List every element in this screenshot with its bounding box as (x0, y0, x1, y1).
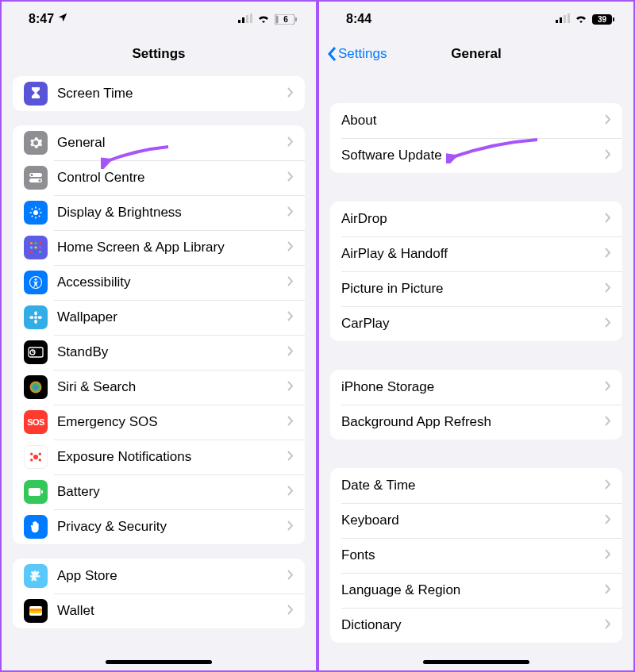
row-standby[interactable]: StandBy (13, 335, 305, 370)
svg-rect-48 (41, 490, 43, 493)
battery-icon: 39 (592, 14, 614, 25)
general-group-connectivity: AirDrop AirPlay & Handoff Picture in Pic… (330, 202, 622, 341)
row-label: StandBy (57, 344, 287, 360)
svg-rect-51 (29, 611, 42, 613)
row-label: App Store (57, 568, 287, 584)
svg-rect-5 (276, 15, 279, 23)
svg-point-45 (31, 459, 33, 461)
row-privacy-security[interactable]: Privacy & Security (13, 509, 305, 544)
row-dictionary[interactable]: Dictionary (330, 608, 622, 643)
chevron-right-icon (287, 604, 294, 618)
svg-rect-0 (238, 20, 241, 23)
svg-rect-55 (568, 13, 570, 23)
svg-rect-27 (30, 251, 33, 253)
flower-icon (24, 305, 48, 329)
svg-line-18 (39, 216, 40, 217)
row-home-screen[interactable]: Home Screen & App Library (13, 230, 305, 265)
svg-rect-57 (613, 17, 614, 21)
row-general[interactable]: General (13, 125, 305, 160)
hand-icon (24, 515, 48, 539)
row-siri-search[interactable]: Siri & Search (13, 370, 305, 405)
svg-point-46 (39, 459, 40, 461)
row-fonts[interactable]: Fonts (330, 538, 622, 573)
svg-rect-21 (30, 242, 33, 244)
row-exposure-notifications[interactable]: Exposure Notifications (13, 440, 305, 474)
svg-point-32 (34, 316, 37, 319)
row-label: Language & Region (341, 582, 605, 598)
row-keyboard[interactable]: Keyboard (330, 503, 622, 538)
row-label: Screen Time (57, 86, 287, 102)
nav-header: Settings General (319, 36, 633, 71)
battery-icon: 6 (275, 14, 297, 25)
row-label: Wallet (57, 603, 287, 619)
row-label: Control Centre (57, 170, 287, 186)
status-time: 8:44 (346, 12, 371, 26)
row-control-centre[interactable]: Control Centre (13, 160, 305, 195)
row-iphone-storage[interactable]: iPhone Storage (330, 370, 622, 405)
svg-point-33 (34, 311, 37, 315)
svg-point-42 (33, 455, 38, 459)
brightness-icon (24, 201, 48, 225)
row-label: Privacy & Security (57, 519, 287, 535)
row-screen-time[interactable]: Screen Time (13, 76, 305, 111)
row-background-app-refresh[interactable]: Background App Refresh (330, 405, 622, 440)
row-label: Exposure Notifications (57, 449, 287, 465)
row-language-region[interactable]: Language & Region (330, 573, 622, 608)
chevron-right-icon (605, 618, 611, 632)
svg-line-20 (39, 209, 40, 210)
svg-point-34 (34, 320, 37, 324)
row-battery[interactable]: Battery (13, 474, 305, 509)
back-button[interactable]: Settings (327, 46, 387, 62)
svg-rect-53 (560, 17, 562, 23)
chevron-right-icon (287, 520, 294, 534)
chevron-right-icon (605, 513, 611, 528)
row-label: AirDrop (341, 211, 605, 227)
row-app-store[interactable]: App Store (13, 559, 305, 593)
row-about[interactable]: About (330, 103, 622, 138)
row-wallpaper[interactable]: Wallpaper (13, 300, 305, 335)
row-label: AirPlay & Handoff (341, 246, 605, 262)
row-airplay-handoff[interactable]: AirPlay & Handoff (330, 236, 622, 271)
svg-text:6: 6 (283, 15, 288, 24)
row-label: Home Screen & App Library (57, 240, 287, 255)
row-label: Software Update (341, 148, 605, 163)
back-label: Settings (338, 46, 387, 62)
general-group-storage: iPhone Storage Background App Refresh (330, 370, 622, 440)
row-carplay[interactable]: CarPlay (330, 306, 622, 341)
row-wallet[interactable]: Wallet (13, 593, 305, 628)
svg-rect-26 (39, 247, 41, 249)
row-accessibility[interactable]: Accessibility (13, 265, 305, 300)
chevron-right-icon (287, 485, 294, 499)
row-date-time[interactable]: Date & Time (330, 468, 622, 503)
svg-point-44 (39, 453, 40, 455)
row-picture-in-picture[interactable]: Picture in Picture (330, 271, 622, 306)
chevron-right-icon (287, 569, 294, 583)
siri-icon (24, 375, 48, 399)
svg-rect-23 (39, 242, 41, 244)
chevron-right-icon (605, 415, 611, 429)
settings-group-screentime: Screen Time (13, 76, 305, 111)
row-software-update[interactable]: Software Update (330, 138, 622, 173)
status-time: 8:47 (29, 12, 54, 26)
row-label: Keyboard (341, 513, 605, 528)
wallet-icon (24, 599, 48, 623)
signal-icon (556, 12, 570, 26)
svg-point-43 (31, 453, 33, 455)
row-display-brightness[interactable]: Display & Brightness (13, 195, 305, 230)
row-label: CarPlay (341, 316, 605, 332)
grid-icon (24, 236, 48, 259)
row-emergency-sos[interactable]: SOS Emergency SOS (13, 405, 305, 440)
row-label: iPhone Storage (341, 379, 605, 395)
chevron-right-icon (287, 310, 294, 324)
exposure-icon (24, 445, 48, 469)
chevron-right-icon (287, 205, 294, 220)
row-label: General (57, 135, 287, 151)
home-indicator (423, 660, 529, 664)
hourglass-icon (24, 82, 48, 106)
wifi-icon (575, 12, 587, 26)
svg-rect-6 (295, 17, 297, 21)
signal-icon (238, 12, 252, 26)
svg-rect-29 (39, 251, 41, 253)
row-airdrop[interactable]: AirDrop (330, 202, 622, 236)
chevron-right-icon (605, 148, 611, 163)
